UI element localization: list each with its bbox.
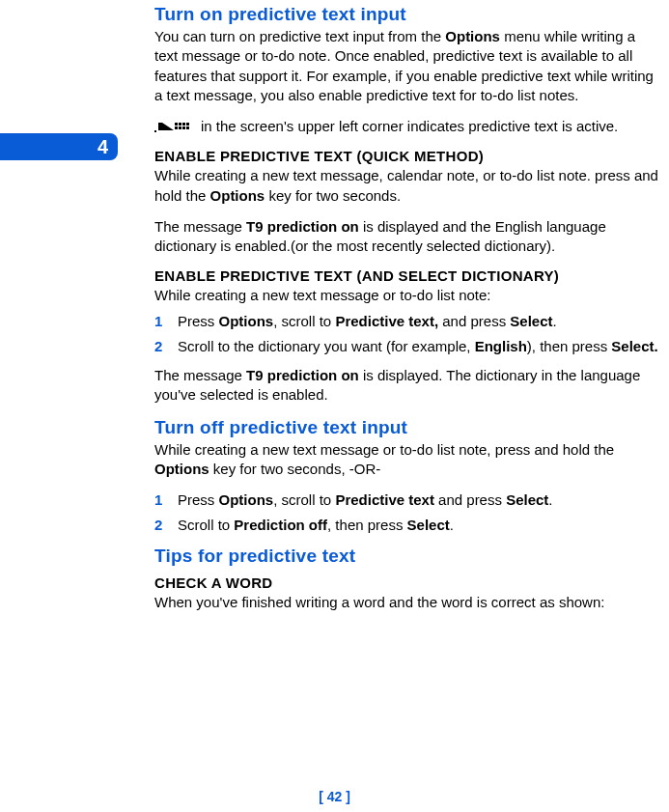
text: Scroll to the dictionary you want (for e… [178, 338, 475, 354]
bold-text: Options [219, 491, 274, 508]
steps-list-enable: 1 Press Options, scroll to Predictive te… [154, 312, 659, 357]
text: . [553, 313, 557, 329]
step-number: 1 [154, 490, 162, 510]
text: , then press [327, 517, 407, 533]
bold-text: Prediction off [234, 517, 327, 533]
bold-text: Select [506, 491, 548, 508]
bold-text: Select. [611, 338, 657, 354]
text: in the screen's upper left corner indica… [201, 117, 618, 136]
bold-text: Select [407, 517, 450, 533]
heading-turn-on: Turn on predictive text input [154, 4, 659, 25]
bold-text: Options [445, 28, 500, 44]
paragraph: While creating a new text message, calen… [154, 166, 659, 206]
paragraph: When you've finished writing a word and … [154, 593, 659, 612]
paragraph: The message T9 prediction on is displaye… [154, 366, 659, 406]
text: The message [154, 218, 246, 235]
subheading-select-dictionary: ENABLE PREDICTIVE TEXT (AND SELECT DICTI… [154, 267, 659, 284]
text: Press [178, 313, 219, 329]
text: key for two seconds, -OR- [209, 461, 381, 477]
bold-text: Predictive text, [335, 313, 438, 329]
paragraph: While creating a new text message or to-… [154, 440, 659, 480]
svg-rect-5 [175, 126, 178, 129]
steps-list-disable: 1 Press Options, scroll to Predictive te… [154, 490, 659, 536]
bold-text: Options [219, 313, 274, 329]
text: and press [438, 313, 510, 329]
bold-text: Select [510, 313, 552, 329]
text: . [450, 517, 454, 533]
subheading-quick-method: ENABLE PREDICTIVE TEXT (QUICK METHOD) [154, 148, 659, 164]
text: . [548, 491, 552, 508]
svg-rect-3 [182, 123, 185, 126]
bold-text: English [475, 338, 527, 354]
paragraph: You can turn on predictive text input fr… [154, 27, 659, 105]
text: key for two seconds. [265, 187, 401, 204]
text: , scroll to [273, 491, 335, 508]
list-item: 1 Press Options, scroll to Predictive te… [154, 490, 659, 510]
svg-rect-6 [179, 126, 181, 129]
svg-rect-8 [186, 126, 189, 129]
heading-turn-off: Turn off predictive text input [154, 417, 659, 438]
svg-rect-2 [179, 123, 181, 126]
bold-text: Options [154, 461, 209, 477]
svg-rect-7 [182, 126, 185, 129]
text: While creating a new text message or to-… [154, 441, 614, 458]
bold-text: T9 prediction on [246, 218, 359, 235]
page: 4 Turn on predictive text input You can … [0, 0, 669, 812]
svg-rect-1 [175, 123, 178, 126]
text: and press [434, 491, 506, 508]
paragraph: The message T9 prediction on is displaye… [154, 217, 659, 257]
text: Press [178, 491, 219, 508]
bold-text: Predictive text [335, 491, 434, 508]
step-number: 1 [154, 312, 162, 331]
text: ), then press [527, 338, 612, 354]
text: , scroll to [273, 313, 335, 329]
svg-rect-4 [186, 123, 189, 126]
indicator-row: in the screen's upper left corner indica… [154, 117, 659, 136]
bold-text: T9 prediction on [246, 367, 359, 383]
svg-rect-0 [154, 130, 156, 132]
heading-tips: Tips for predictive text [154, 546, 659, 567]
list-item: 2 Scroll to Prediction off, then press S… [154, 516, 659, 535]
chapter-tab: 4 [0, 133, 118, 160]
step-number: 2 [154, 337, 162, 356]
bold-text: Options [210, 187, 265, 204]
list-item: 2 Scroll to the dictionary you want (for… [154, 337, 659, 356]
step-number: 2 [154, 516, 162, 535]
predictive-indicator-icon [154, 120, 191, 133]
subheading-check-word: CHECK A WORD [154, 574, 659, 591]
paragraph: While creating a new text message or to-… [154, 286, 659, 305]
list-item: 1 Press Options, scroll to Predictive te… [154, 312, 659, 331]
text: You can turn on predictive text input fr… [154, 28, 445, 44]
text: Scroll to [178, 517, 234, 533]
text: The message [154, 367, 246, 383]
page-number: [ 42 ] [0, 789, 669, 804]
